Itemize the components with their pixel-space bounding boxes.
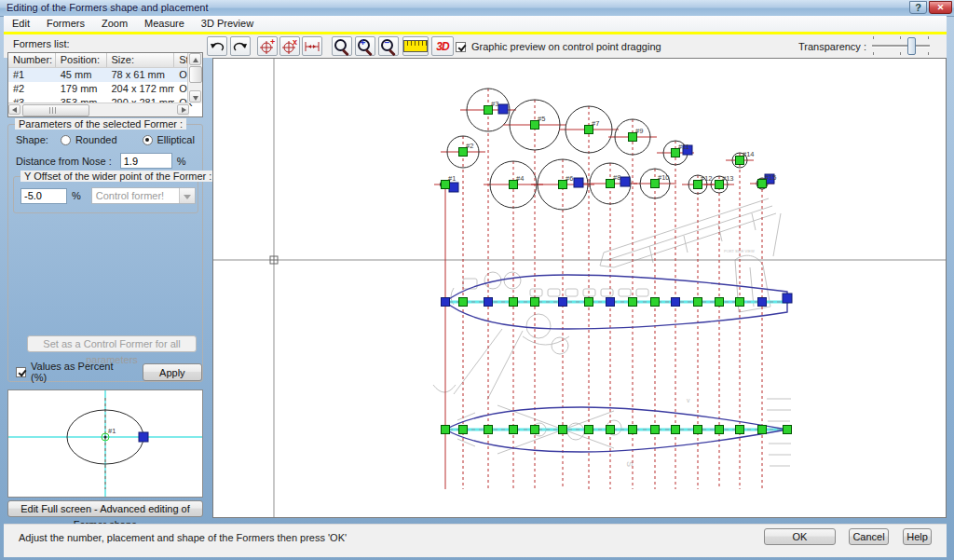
triangle-up-icon	[193, 58, 198, 62]
drawing-canvas[interactable]: PORT SIDE VIEWSv#1#2#3#4#5#6#7#8#9#10#11…	[212, 58, 947, 518]
triangle-down-icon	[193, 96, 198, 101]
add-former-icon: +	[259, 38, 276, 54]
scroll-right-button[interactable]	[177, 104, 189, 115]
zoom-in-icon	[358, 39, 370, 51]
svg-text:#14: #14	[743, 150, 755, 158]
vscroll-thumb[interactable]	[189, 66, 202, 83]
vertical-scrollbar[interactable]	[187, 53, 202, 103]
menu-3d-preview[interactable]: 3D Preview	[193, 16, 262, 32]
svg-text:#13: #13	[722, 174, 734, 183]
svg-text:#3: #3	[491, 100, 498, 108]
distance-row: Distance from Nose : %	[16, 153, 185, 169]
distance-unit: %	[177, 156, 186, 167]
delete-former-button[interactable]: x	[279, 36, 300, 56]
menu-edit[interactable]: Edit	[4, 16, 38, 32]
svg-text:#2: #2	[466, 142, 473, 150]
col-position[interactable]: Position:	[56, 53, 107, 67]
apply-button[interactable]: Apply	[143, 363, 202, 381]
triangle-left-icon	[12, 107, 17, 113]
ok-button[interactable]: OK	[764, 528, 836, 545]
rounded-label[interactable]: Rounded	[75, 134, 117, 145]
preview-former-number: #1	[108, 427, 116, 435]
rounded-radio[interactable]	[61, 135, 71, 145]
control-former-dropdown[interactable]: Control former!	[91, 187, 196, 204]
svg-text:#5: #5	[538, 115, 545, 123]
titlebar-help-button[interactable]: ?	[909, 1, 927, 14]
add-former-button[interactable]: +	[257, 36, 278, 56]
y-offset-unit: %	[72, 190, 81, 201]
svg-text:#1: #1	[448, 174, 456, 183]
y-offset-group-label: Y Offset of the wider point of the Forme…	[20, 171, 215, 182]
percent-checkbox[interactable]	[16, 367, 26, 377]
preview-control-handle[interactable]	[139, 432, 148, 442]
redo-icon	[233, 40, 248, 53]
preview-3d-button[interactable]: 3D	[431, 36, 454, 56]
menu-zoom[interactable]: Zoom	[93, 16, 136, 32]
delete-former-icon: x	[281, 38, 298, 54]
parameters-group: Parameters of the selected Former : Shap…	[7, 124, 203, 382]
former-preview-drawing: #1	[8, 390, 202, 497]
graphic-preview-checkbox[interactable]: Graphic preview on control point draggin…	[456, 41, 661, 52]
slider-thumb[interactable]	[907, 37, 916, 55]
formers-drawing: PORT SIDE VIEWSv#1#2#3#4#5#6#7#8#9#10#11…	[213, 59, 946, 517]
close-icon: ✕	[937, 3, 945, 12]
shape-row: Shape: Rounded Elliptical	[16, 134, 195, 145]
distance-label: Distance from Nose :	[16, 156, 112, 167]
redo-button[interactable]	[230, 36, 251, 56]
menu-measure[interactable]: Measure	[136, 16, 193, 32]
checkbox-checked-icon	[456, 42, 466, 52]
edit-fullscreen-button[interactable]: Edit Full screen - Advanced editing of F…	[7, 500, 203, 517]
undo-button[interactable]	[207, 36, 227, 56]
transparency-slider[interactable]	[872, 36, 930, 55]
close-button[interactable]: ✕	[929, 1, 952, 14]
y-offset-group: Y Offset of the wider point of the Forme…	[13, 176, 198, 213]
elliptical-radio[interactable]	[143, 135, 153, 145]
svg-text:#15: #15	[765, 173, 777, 182]
question-icon: ?	[915, 2, 921, 13]
triangle-right-icon	[182, 107, 186, 113]
scroll-left-button[interactable]	[8, 104, 20, 115]
formers-list-label: Formers list:	[13, 38, 70, 49]
help-button[interactable]: Help	[903, 528, 932, 545]
3d-icon: 3D	[436, 40, 448, 53]
svg-text:v: v	[687, 397, 690, 403]
percent-checkbox-label[interactable]: Values as Percent (%)	[31, 361, 121, 383]
cancel-button[interactable]: Cancel	[849, 528, 889, 545]
svg-text:#10: #10	[658, 173, 670, 182]
zoom-out-icon	[381, 39, 393, 51]
col-size[interactable]: Size:	[107, 53, 175, 67]
table-row[interactable]: #2 179 mm 204 x 172 mm Ok	[8, 82, 202, 96]
elliptical-label[interactable]: Elliptical	[157, 134, 195, 145]
scroll-up-button[interactable]	[189, 53, 201, 65]
svg-text:#9: #9	[635, 127, 643, 135]
y-offset-row: % Control former!	[20, 187, 196, 204]
percent-row: Values as Percent (%) Apply	[16, 361, 202, 383]
svg-text:#6: #6	[566, 174, 573, 183]
distance-input[interactable]	[120, 153, 172, 169]
horizontal-scrollbar[interactable]	[8, 102, 189, 116]
scroll-down-button[interactable]	[189, 90, 201, 102]
zoom-out-button[interactable]	[378, 36, 399, 56]
ruler-icon	[403, 40, 428, 52]
slider-track	[872, 45, 930, 48]
set-control-former-button[interactable]: Set as a Control Former for all paramete…	[27, 335, 197, 352]
zoom-tool-button[interactable]	[332, 36, 352, 56]
parameters-group-label: Parameters of the selected Former :	[15, 118, 186, 130]
svg-text:+: +	[270, 38, 275, 47]
table-row[interactable]: #1 45 mm 78 x 61 mm Ok	[8, 68, 202, 82]
measure-ruler-button[interactable]	[402, 36, 429, 56]
y-offset-input[interactable]	[20, 188, 67, 204]
col-number[interactable]: Number:	[8, 53, 56, 67]
former-spacing-button[interactable]	[302, 36, 322, 56]
zoom-in-button[interactable]	[355, 36, 375, 56]
graphic-preview-label: Graphic preview on control point draggin…	[471, 41, 661, 52]
transparency-label: Transparency :	[783, 41, 866, 52]
formers-table[interactable]: Number: Position: Size: Statu #1 45 mm 7…	[7, 52, 203, 117]
svg-text:#8: #8	[613, 173, 620, 182]
menu-formers[interactable]: Formers	[38, 16, 93, 32]
dialog-window: Editing of the Formers shape and placeme…	[0, 0, 954, 560]
window-title: Editing of the Formers shape and placeme…	[7, 2, 208, 13]
hscroll-thumb[interactable]	[22, 104, 89, 116]
svg-text:#7: #7	[592, 119, 599, 128]
former-preview-panel[interactable]: #1	[7, 389, 203, 498]
